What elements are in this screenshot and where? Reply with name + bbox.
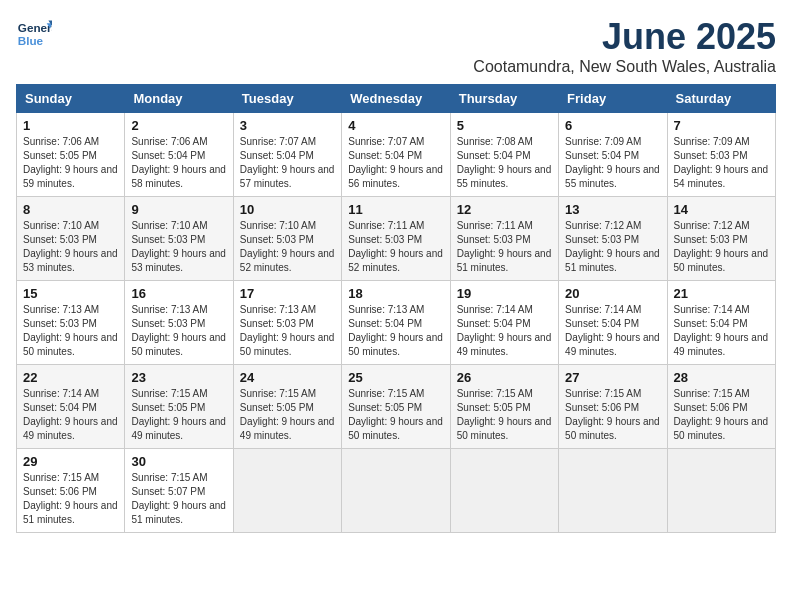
calendar-cell: 16Sunrise: 7:13 AMSunset: 5:03 PMDayligh… — [125, 281, 233, 365]
calendar-cell: 10Sunrise: 7:10 AMSunset: 5:03 PMDayligh… — [233, 197, 341, 281]
calendar-cell — [233, 449, 341, 533]
day-info: Sunrise: 7:14 AMSunset: 5:04 PMDaylight:… — [674, 303, 769, 359]
day-number: 23 — [131, 370, 226, 385]
calendar-cell: 23Sunrise: 7:15 AMSunset: 5:05 PMDayligh… — [125, 365, 233, 449]
logo: General Blue — [16, 16, 52, 52]
day-number: 26 — [457, 370, 552, 385]
calendar-cell: 17Sunrise: 7:13 AMSunset: 5:03 PMDayligh… — [233, 281, 341, 365]
weekday-header-saturday: Saturday — [667, 85, 775, 113]
day-info: Sunrise: 7:15 AMSunset: 5:06 PMDaylight:… — [565, 387, 660, 443]
calendar-cell: 7Sunrise: 7:09 AMSunset: 5:03 PMDaylight… — [667, 113, 775, 197]
day-info: Sunrise: 7:11 AMSunset: 5:03 PMDaylight:… — [348, 219, 443, 275]
day-number: 18 — [348, 286, 443, 301]
svg-text:Blue: Blue — [18, 34, 44, 47]
day-info: Sunrise: 7:10 AMSunset: 5:03 PMDaylight:… — [240, 219, 335, 275]
calendar-cell: 21Sunrise: 7:14 AMSunset: 5:04 PMDayligh… — [667, 281, 775, 365]
day-info: Sunrise: 7:15 AMSunset: 5:05 PMDaylight:… — [457, 387, 552, 443]
day-number: 27 — [565, 370, 660, 385]
day-info: Sunrise: 7:10 AMSunset: 5:03 PMDaylight:… — [131, 219, 226, 275]
day-number: 3 — [240, 118, 335, 133]
day-info: Sunrise: 7:13 AMSunset: 5:03 PMDaylight:… — [23, 303, 118, 359]
day-info: Sunrise: 7:15 AMSunset: 5:06 PMDaylight:… — [674, 387, 769, 443]
day-info: Sunrise: 7:15 AMSunset: 5:05 PMDaylight:… — [131, 387, 226, 443]
day-info: Sunrise: 7:15 AMSunset: 5:05 PMDaylight:… — [240, 387, 335, 443]
day-number: 14 — [674, 202, 769, 217]
day-number: 28 — [674, 370, 769, 385]
day-info: Sunrise: 7:06 AMSunset: 5:05 PMDaylight:… — [23, 135, 118, 191]
calendar-cell: 2Sunrise: 7:06 AMSunset: 5:04 PMDaylight… — [125, 113, 233, 197]
calendar-cell: 12Sunrise: 7:11 AMSunset: 5:03 PMDayligh… — [450, 197, 558, 281]
calendar-cell: 26Sunrise: 7:15 AMSunset: 5:05 PMDayligh… — [450, 365, 558, 449]
svg-text:General: General — [18, 21, 52, 34]
calendar-cell: 6Sunrise: 7:09 AMSunset: 5:04 PMDaylight… — [559, 113, 667, 197]
calendar-cell: 8Sunrise: 7:10 AMSunset: 5:03 PMDaylight… — [17, 197, 125, 281]
weekday-header-thursday: Thursday — [450, 85, 558, 113]
day-info: Sunrise: 7:10 AMSunset: 5:03 PMDaylight:… — [23, 219, 118, 275]
day-info: Sunrise: 7:15 AMSunset: 5:07 PMDaylight:… — [131, 471, 226, 527]
day-info: Sunrise: 7:07 AMSunset: 5:04 PMDaylight:… — [348, 135, 443, 191]
page-header: General Blue June 2025 Cootamundra, New … — [16, 16, 776, 76]
day-number: 1 — [23, 118, 118, 133]
day-number: 15 — [23, 286, 118, 301]
calendar-cell: 22Sunrise: 7:14 AMSunset: 5:04 PMDayligh… — [17, 365, 125, 449]
day-info: Sunrise: 7:09 AMSunset: 5:03 PMDaylight:… — [674, 135, 769, 191]
calendar-cell: 19Sunrise: 7:14 AMSunset: 5:04 PMDayligh… — [450, 281, 558, 365]
title-block: June 2025 Cootamundra, New South Wales, … — [473, 16, 776, 76]
calendar-week-row: 1Sunrise: 7:06 AMSunset: 5:05 PMDaylight… — [17, 113, 776, 197]
calendar-cell: 14Sunrise: 7:12 AMSunset: 5:03 PMDayligh… — [667, 197, 775, 281]
day-info: Sunrise: 7:11 AMSunset: 5:03 PMDaylight:… — [457, 219, 552, 275]
calendar-week-row: 8Sunrise: 7:10 AMSunset: 5:03 PMDaylight… — [17, 197, 776, 281]
day-number: 4 — [348, 118, 443, 133]
day-number: 30 — [131, 454, 226, 469]
month-title: June 2025 — [473, 16, 776, 58]
calendar-cell: 4Sunrise: 7:07 AMSunset: 5:04 PMDaylight… — [342, 113, 450, 197]
day-number: 17 — [240, 286, 335, 301]
day-info: Sunrise: 7:14 AMSunset: 5:04 PMDaylight:… — [565, 303, 660, 359]
calendar-cell: 13Sunrise: 7:12 AMSunset: 5:03 PMDayligh… — [559, 197, 667, 281]
day-info: Sunrise: 7:12 AMSunset: 5:03 PMDaylight:… — [565, 219, 660, 275]
calendar-cell: 20Sunrise: 7:14 AMSunset: 5:04 PMDayligh… — [559, 281, 667, 365]
day-number: 6 — [565, 118, 660, 133]
day-number: 20 — [565, 286, 660, 301]
day-number: 16 — [131, 286, 226, 301]
day-number: 13 — [565, 202, 660, 217]
calendar-table: SundayMondayTuesdayWednesdayThursdayFrid… — [16, 84, 776, 533]
calendar-cell: 28Sunrise: 7:15 AMSunset: 5:06 PMDayligh… — [667, 365, 775, 449]
day-info: Sunrise: 7:15 AMSunset: 5:06 PMDaylight:… — [23, 471, 118, 527]
weekday-header-sunday: Sunday — [17, 85, 125, 113]
day-number: 21 — [674, 286, 769, 301]
calendar-cell: 18Sunrise: 7:13 AMSunset: 5:04 PMDayligh… — [342, 281, 450, 365]
day-info: Sunrise: 7:13 AMSunset: 5:03 PMDaylight:… — [131, 303, 226, 359]
calendar-cell — [559, 449, 667, 533]
day-number: 8 — [23, 202, 118, 217]
calendar-week-row: 22Sunrise: 7:14 AMSunset: 5:04 PMDayligh… — [17, 365, 776, 449]
calendar-cell: 29Sunrise: 7:15 AMSunset: 5:06 PMDayligh… — [17, 449, 125, 533]
calendar-cell: 1Sunrise: 7:06 AMSunset: 5:05 PMDaylight… — [17, 113, 125, 197]
day-number: 12 — [457, 202, 552, 217]
day-info: Sunrise: 7:09 AMSunset: 5:04 PMDaylight:… — [565, 135, 660, 191]
day-info: Sunrise: 7:13 AMSunset: 5:03 PMDaylight:… — [240, 303, 335, 359]
day-number: 5 — [457, 118, 552, 133]
calendar-cell: 9Sunrise: 7:10 AMSunset: 5:03 PMDaylight… — [125, 197, 233, 281]
day-number: 22 — [23, 370, 118, 385]
calendar-cell: 24Sunrise: 7:15 AMSunset: 5:05 PMDayligh… — [233, 365, 341, 449]
weekday-header-friday: Friday — [559, 85, 667, 113]
calendar-week-row: 29Sunrise: 7:15 AMSunset: 5:06 PMDayligh… — [17, 449, 776, 533]
weekday-header-wednesday: Wednesday — [342, 85, 450, 113]
day-number: 7 — [674, 118, 769, 133]
day-info: Sunrise: 7:15 AMSunset: 5:05 PMDaylight:… — [348, 387, 443, 443]
day-number: 9 — [131, 202, 226, 217]
calendar-cell — [342, 449, 450, 533]
calendar-cell: 11Sunrise: 7:11 AMSunset: 5:03 PMDayligh… — [342, 197, 450, 281]
weekday-header-row: SundayMondayTuesdayWednesdayThursdayFrid… — [17, 85, 776, 113]
day-info: Sunrise: 7:08 AMSunset: 5:04 PMDaylight:… — [457, 135, 552, 191]
day-number: 24 — [240, 370, 335, 385]
weekday-header-tuesday: Tuesday — [233, 85, 341, 113]
day-info: Sunrise: 7:14 AMSunset: 5:04 PMDaylight:… — [457, 303, 552, 359]
calendar-cell: 5Sunrise: 7:08 AMSunset: 5:04 PMDaylight… — [450, 113, 558, 197]
calendar-cell: 15Sunrise: 7:13 AMSunset: 5:03 PMDayligh… — [17, 281, 125, 365]
day-number: 29 — [23, 454, 118, 469]
calendar-cell: 30Sunrise: 7:15 AMSunset: 5:07 PMDayligh… — [125, 449, 233, 533]
calendar-cell — [667, 449, 775, 533]
calendar-cell: 25Sunrise: 7:15 AMSunset: 5:05 PMDayligh… — [342, 365, 450, 449]
